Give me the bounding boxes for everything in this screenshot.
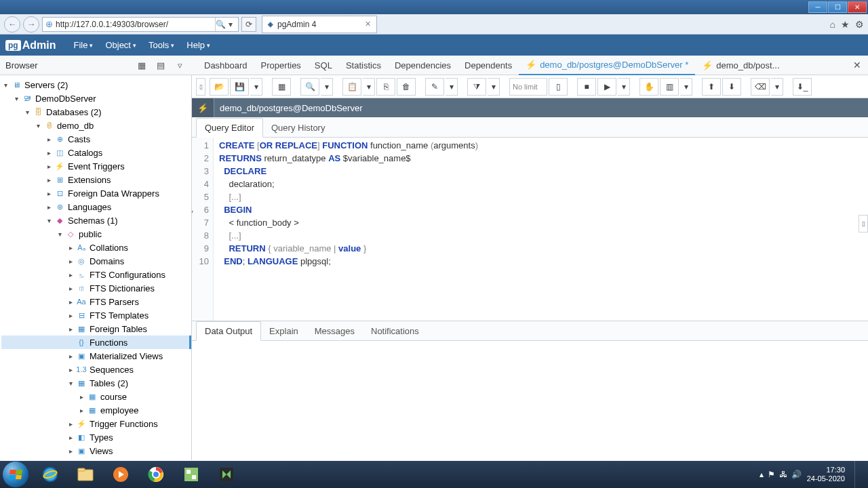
tree-catalogs[interactable]: ▸◫Catalogs — [1, 146, 191, 159]
find-button[interactable]: 🔍 — [300, 78, 319, 96]
connection-icon[interactable]: ⚡ — [192, 98, 214, 117]
explain-dropdown[interactable]: ▾ — [680, 78, 692, 96]
tree-public[interactable]: ▾◇public — [1, 227, 191, 241]
tree-course[interactable]: ▸▦course — [1, 390, 191, 403]
tree-mat-views[interactable]: ▸▣Materialized Views — [1, 349, 191, 363]
commit-button[interactable]: ⬆ — [702, 78, 721, 96]
execute-button[interactable]: ▶ — [597, 78, 616, 96]
tabs-close-button[interactable]: ✕ — [846, 60, 868, 70]
tree-foreign-tables[interactable]: ▸▦Foreign Tables — [1, 322, 191, 336]
save-dropdown[interactable]: ▾ — [250, 78, 262, 96]
rollback-button[interactable]: ⬇ — [722, 78, 741, 96]
out-tab-explain[interactable]: Explain — [261, 322, 307, 340]
tree-collations[interactable]: ▸AₐCollations — [1, 241, 191, 254]
taskbar-app-2[interactable] — [210, 462, 243, 487]
save-file-button[interactable]: 💾 — [230, 78, 249, 96]
tab-dependents[interactable]: Dependents — [458, 56, 519, 75]
tray-clock[interactable]: 17:30 24-05-2020 — [807, 466, 845, 483]
ie-url-field[interactable]: ⊕ http://127.0.0.1:49303/browser/ 🔍 ▾ — [42, 17, 239, 32]
tab-sql[interactable]: SQL — [308, 56, 339, 75]
tree-languages[interactable]: ▸⊛Languages — [1, 200, 191, 214]
show-desktop-button[interactable] — [854, 461, 861, 488]
copy-button[interactable]: 📋 — [342, 78, 361, 96]
edit-button[interactable]: ▦ — [272, 78, 291, 96]
clear-button[interactable]: ⌫ — [751, 78, 770, 96]
taskbar-ie[interactable] — [34, 462, 66, 487]
taskbar-mediaplayer[interactable] — [104, 462, 137, 487]
panel-collapse-left[interactable]: ▯ — [196, 78, 205, 96]
tab-query-active[interactable]: ⚡demo_db/postgres@DemoDbServer * — [519, 56, 695, 75]
ie-home-icon[interactable]: ⌂ — [830, 19, 835, 30]
ie-back-button[interactable]: ← — [4, 16, 20, 33]
taskbar-explorer[interactable] — [69, 462, 102, 487]
tray-network-icon[interactable]: 🖧 — [779, 470, 787, 479]
subtab-query-history[interactable]: Query History — [263, 119, 333, 137]
ie-favorites-icon[interactable]: ★ — [841, 19, 850, 30]
filter-button[interactable]: ⧩ — [467, 78, 486, 96]
tree-views[interactable]: ▸▣Views — [1, 444, 191, 458]
ie-forward-button[interactable]: → — [23, 16, 39, 33]
tree-schemas[interactable]: ▾◆Schemas (1) — [1, 214, 191, 227]
tree-demodb[interactable]: ▾🛢demo_db — [1, 119, 191, 132]
ie-tab-close-button[interactable]: ✕ — [365, 20, 371, 28]
out-tab-data[interactable]: Data Output — [196, 321, 261, 341]
tab-properties[interactable]: Properties — [254, 56, 308, 75]
window-minimize-button[interactable]: ─ — [808, 1, 827, 13]
out-tab-notifications[interactable]: Notifications — [363, 322, 427, 340]
find-dropdown[interactable]: ▾ — [321, 78, 333, 96]
tree-fts-templates[interactable]: ▸⊟FTS Templates — [1, 308, 191, 322]
delete-button[interactable]: 🗑 — [397, 78, 416, 96]
browser-icon-2[interactable]: ▤ — [154, 58, 167, 72]
filter-dropdown[interactable]: ▾ — [488, 78, 500, 96]
tree-extensions[interactable]: ▸⊞Extensions — [1, 173, 191, 186]
taskbar-app-1[interactable] — [175, 462, 208, 487]
browser-icon-1[interactable]: ▦ — [135, 58, 149, 72]
stop-button[interactable]: ■ — [577, 78, 596, 96]
tree-fts-dict[interactable]: ▸⎅FTS Dictionaries — [1, 281, 191, 295]
tab-statistics[interactable]: Statistics — [339, 56, 388, 75]
tree-event-triggers[interactable]: ▸⚡Event Triggers — [1, 159, 191, 173]
tree-servers[interactable]: ▾🖥Servers (2) — [1, 78, 191, 92]
menu-tools[interactable]: Tools▾ — [143, 37, 180, 53]
copy-dropdown[interactable]: ▾ — [363, 78, 375, 96]
paste-button[interactable]: ⎘ — [376, 78, 395, 96]
tree-fts-conf[interactable]: ▸⎁FTS Configurations — [1, 268, 191, 281]
download-button[interactable]: ⬇_ — [793, 78, 812, 96]
tab-query-other[interactable]: ⚡demo_db/post... — [695, 56, 786, 75]
tray-flag-icon[interactable]: ⚑ — [768, 470, 775, 479]
execute-dropdown[interactable]: ▾ — [618, 78, 630, 96]
tree-fdw[interactable]: ▸⊡Foreign Data Wrappers — [1, 186, 191, 200]
editor-code[interactable]: CREATE [OR REPLACE] FUNCTION function_na… — [214, 138, 484, 321]
window-maximize-button[interactable]: ☐ — [828, 1, 847, 13]
menu-help[interactable]: Help▾ — [181, 37, 216, 53]
browser-icon-3[interactable]: ▿ — [173, 58, 186, 72]
start-button[interactable] — [3, 462, 28, 487]
connection-text[interactable]: demo_db/postgres@DemoDbServer — [214, 98, 368, 117]
ie-refresh-button[interactable]: ⟳ — [241, 17, 256, 32]
sql-editor[interactable]: 1 2 3 4 5 ▾6 7 8 9 10 CREATE [OR REPLACE… — [192, 138, 868, 321]
subtab-query-editor[interactable]: Query Editor — [196, 118, 263, 138]
tree-employee[interactable]: ▸▦employee — [1, 403, 191, 417]
ie-settings-icon[interactable]: ⚙ — [855, 19, 864, 30]
search-icon[interactable]: 🔍 — [215, 18, 226, 31]
limit-apply-button[interactable]: ▯ — [549, 78, 568, 96]
menu-file[interactable]: File▾ — [68, 37, 98, 53]
taskbar-chrome[interactable] — [140, 462, 172, 487]
menu-object[interactable]: Object▾ — [100, 37, 142, 53]
out-tab-messages[interactable]: Messages — [307, 322, 363, 340]
tab-dependencies[interactable]: Dependencies — [388, 56, 458, 75]
tree-databases[interactable]: ▾🗄Databases (2) — [1, 105, 191, 119]
tab-dashboard[interactable]: Dashboard — [197, 56, 254, 75]
dropdown-icon[interactable]: ▾ — [226, 20, 235, 29]
tree-tables[interactable]: ▾▦Tables (2) — [1, 376, 191, 390]
tree-domains[interactable]: ▸◎Domains — [1, 254, 191, 268]
tree-types[interactable]: ▸◧Types — [1, 430, 191, 444]
clear-dropdown[interactable]: ▾ — [771, 78, 783, 96]
explain-button[interactable]: ✋ — [639, 78, 658, 96]
object-tree[interactable]: ▾🖥Servers (2) ▾🖳DemoDbServer ▾🗄Databases… — [0, 75, 192, 460]
edit-dropdown[interactable]: ▾ — [446, 78, 458, 96]
tree-trigger-functions[interactable]: ▸⚡Trigger Functions — [1, 417, 191, 430]
limit-input[interactable] — [509, 78, 547, 96]
tree-fts-parsers[interactable]: ▸AaFTS Parsers — [1, 295, 191, 308]
explain-analyze-button[interactable]: ▥ — [660, 78, 679, 96]
